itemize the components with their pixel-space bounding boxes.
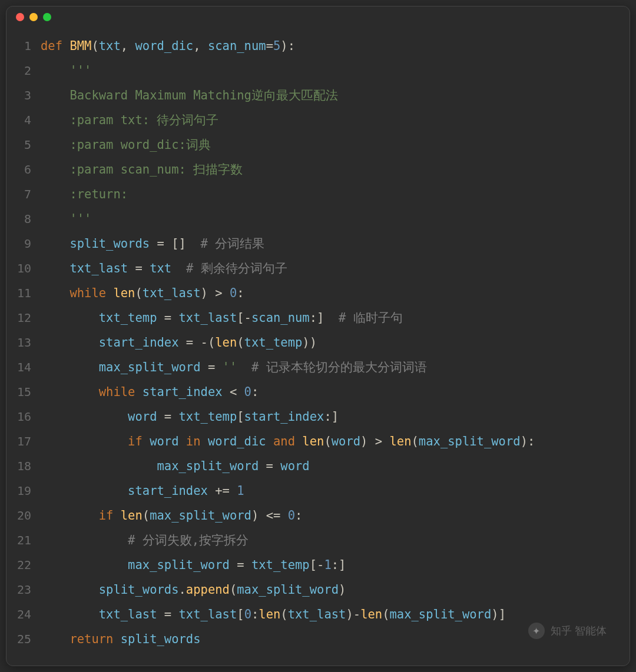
code-content: txt_temp = txt_last[-scan_num:] # 临时子句 xyxy=(41,305,619,330)
code-content: :param scan_num: 扫描字数 xyxy=(41,157,619,182)
code-content: word = txt_temp[start_index:] xyxy=(41,404,619,429)
line-number: 8 xyxy=(17,207,41,231)
minimize-icon[interactable] xyxy=(29,13,38,21)
line-number: 22 xyxy=(17,553,41,577)
code-line: 13 start_index = -(len(txt_temp)) xyxy=(17,330,619,355)
code-content: ''' xyxy=(41,58,619,83)
code-content: Backward Maximum Matching逆向最大匹配法 xyxy=(41,83,619,108)
line-number: 6 xyxy=(17,157,41,182)
line-number: 3 xyxy=(17,83,41,108)
line-number: 18 xyxy=(17,454,41,478)
line-number: 24 xyxy=(17,602,41,627)
code-line: 23 split_words.append(max_split_word) xyxy=(17,577,619,602)
code-line: 10 txt_last = txt # 剩余待分词句子 xyxy=(17,256,619,281)
watermark-text: 知乎 智能体 xyxy=(551,624,607,638)
code-content: :return: xyxy=(41,182,619,207)
code-content: max_split_word = '' # 记录本轮切分的最大分词词语 xyxy=(41,355,619,380)
line-number: 9 xyxy=(17,231,41,256)
line-number: 15 xyxy=(17,380,41,404)
code-line: 17 if word in word_dic and len(word) > l… xyxy=(17,429,619,454)
line-number: 2 xyxy=(17,58,41,83)
code-line: 4 :param txt: 待分词句子 xyxy=(17,108,619,132)
code-line: 9 split_words = [] # 分词结果 xyxy=(17,231,619,256)
close-icon[interactable] xyxy=(16,13,24,21)
code-content: split_words.append(max_split_word) xyxy=(41,577,619,602)
code-line: 1 def BMM(txt, word_dic, scan_num=5): xyxy=(17,34,619,58)
code-line: 21 # 分词失败,按字拆分 xyxy=(17,528,619,553)
code-content: split_words = [] # 分词结果 xyxy=(41,231,619,256)
code-line: 2 ''' xyxy=(17,58,619,83)
code-content: max_split_word = word xyxy=(41,454,619,478)
code-content: while start_index < 0: xyxy=(41,380,619,404)
code-content: max_split_word = txt_temp[-1:] xyxy=(41,553,619,577)
wechat-icon: ✦ xyxy=(528,623,545,639)
line-number: 7 xyxy=(17,182,41,207)
line-number: 21 xyxy=(17,528,41,553)
code-line: 20 if len(max_split_word) <= 0: xyxy=(17,503,619,528)
line-number: 14 xyxy=(17,355,41,380)
code-line: 5 :param word_dic:词典 xyxy=(17,132,619,157)
code-line: 12 txt_temp = txt_last[-scan_num:] # 临时子… xyxy=(17,305,619,330)
code-content: start_index = -(len(txt_temp)) xyxy=(41,330,619,355)
line-number: 20 xyxy=(17,503,41,528)
maximize-icon[interactable] xyxy=(43,13,51,21)
code-content: :param txt: 待分词句子 xyxy=(41,108,619,132)
code-line: 22 max_split_word = txt_temp[-1:] xyxy=(17,553,619,577)
code-line: 18 max_split_word = word xyxy=(17,454,619,478)
line-number: 25 xyxy=(17,627,41,651)
line-number: 4 xyxy=(17,108,41,132)
code-content: :param word_dic:词典 xyxy=(41,132,619,157)
code-line: 15 while start_index < 0: xyxy=(17,380,619,404)
line-number: 12 xyxy=(17,305,41,330)
line-number: 1 xyxy=(17,34,41,58)
code-line: 6 :param scan_num: 扫描字数 xyxy=(17,157,619,182)
window-titlebar xyxy=(6,6,630,28)
line-number: 10 xyxy=(17,256,41,281)
code-line: 14 max_split_word = '' # 记录本轮切分的最大分词词语 xyxy=(17,355,619,380)
line-number: 11 xyxy=(17,281,41,305)
code-line: 11 while len(txt_last) > 0: xyxy=(17,281,619,305)
line-number: 5 xyxy=(17,132,41,157)
line-number: 13 xyxy=(17,330,41,355)
line-number: 19 xyxy=(17,478,41,503)
watermark: ✦ 知乎 智能体 xyxy=(528,623,607,639)
code-line: 19 start_index += 1 xyxy=(17,478,619,503)
code-content: if len(max_split_word) <= 0: xyxy=(41,503,619,528)
code-line: 7 :return: xyxy=(17,182,619,207)
code-line: 16 word = txt_temp[start_index:] xyxy=(17,404,619,429)
code-editor[interactable]: 1 def BMM(txt, word_dic, scan_num=5): 2 … xyxy=(6,28,630,666)
code-content: ''' xyxy=(41,207,619,231)
code-content: def BMM(txt, word_dic, scan_num=5): xyxy=(41,34,619,58)
code-line: 3 Backward Maximum Matching逆向最大匹配法 xyxy=(17,83,619,108)
line-number: 23 xyxy=(17,577,41,602)
code-content: start_index += 1 xyxy=(41,478,619,503)
code-content: # 分词失败,按字拆分 xyxy=(41,528,619,553)
code-line: 8 ''' xyxy=(17,207,619,231)
code-content: while len(txt_last) > 0: xyxy=(41,281,619,305)
line-number: 16 xyxy=(17,404,41,429)
line-number: 17 xyxy=(17,429,41,454)
code-window: 1 def BMM(txt, word_dic, scan_num=5): 2 … xyxy=(6,6,630,666)
code-content: if word in word_dic and len(word) > len(… xyxy=(41,429,619,454)
code-content: txt_last = txt # 剩余待分词句子 xyxy=(41,256,619,281)
